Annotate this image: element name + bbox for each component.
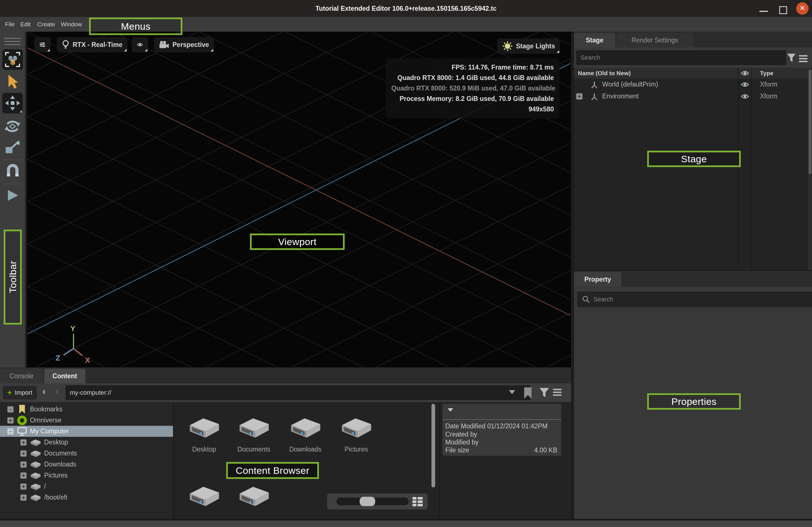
scale-tool-button[interactable] xyxy=(4,140,21,155)
axis-z-label: Z xyxy=(56,354,60,363)
expand-toggle[interactable]: + xyxy=(20,472,27,479)
bookmark-icon[interactable] xyxy=(522,387,533,399)
stage-scrollbar-track[interactable] xyxy=(808,68,812,270)
expand-toggle[interactable]: - xyxy=(8,428,14,435)
menu-file[interactable]: File xyxy=(5,17,15,32)
play-button[interactable] xyxy=(6,189,19,202)
forward-arrow-icon[interactable]: › xyxy=(55,386,59,397)
address-dropdown-icon[interactable] xyxy=(509,390,515,394)
viewport-visibility-button[interactable] xyxy=(132,37,148,52)
tab-stage[interactable]: Stage xyxy=(574,33,615,47)
bookmarks-icon xyxy=(17,405,27,414)
visibility-eye-icon[interactable] xyxy=(741,82,749,88)
grid-item-label[interactable]: Desktop xyxy=(179,445,230,453)
content-options-icon[interactable] xyxy=(553,387,562,397)
omniverse-icon xyxy=(17,415,27,425)
expand-toggle[interactable]: + xyxy=(20,495,27,501)
prim-select-tool-button[interactable] xyxy=(2,49,23,70)
scale-icon xyxy=(4,140,21,155)
expand-toggle[interactable]: + xyxy=(20,483,27,490)
stage-search-input[interactable] xyxy=(576,50,786,65)
stage-row-name[interactable]: World (defaultPrim) xyxy=(602,80,658,88)
tree-item-downloads[interactable]: + Downloads xyxy=(0,459,173,470)
drive-item-downloads-icon[interactable] xyxy=(289,415,322,439)
annotation-viewport: Viewport xyxy=(250,234,345,250)
move-tool-button[interactable] xyxy=(2,93,23,113)
expand-toggle[interactable]: + xyxy=(20,462,27,468)
expand-toggle[interactable]: + xyxy=(8,417,14,424)
address-bar[interactable] xyxy=(66,385,531,400)
viewport-stats-overlay: FPS: 114.76, Frame time: 8.71 ms Quadro … xyxy=(386,58,560,118)
stage-filter-icon[interactable] xyxy=(786,53,796,63)
column-name-header[interactable]: Name (Old to New) xyxy=(578,68,631,78)
viewport-settings-button[interactable] xyxy=(34,37,50,52)
tree-item-omniverse[interactable]: + Omniverse xyxy=(0,415,173,426)
tree-item-documents[interactable]: + Documents xyxy=(0,448,173,459)
drive-item-desktop-icon[interactable] xyxy=(188,415,221,439)
select-tool-button[interactable] xyxy=(5,74,20,90)
drive-item-pictures-icon[interactable] xyxy=(340,415,373,439)
drive-icon xyxy=(30,494,41,501)
expand-toggle[interactable]: + xyxy=(20,450,27,457)
camera-button[interactable]: Perspective xyxy=(154,37,214,52)
menu-window[interactable]: Window xyxy=(61,17,82,32)
tree-item-bookmarks[interactable]: - Bookmarks xyxy=(0,404,173,415)
stage-row-name[interactable]: Environment xyxy=(602,92,639,100)
grid-item-label[interactable]: Pictures xyxy=(331,445,382,453)
toolbar-separator xyxy=(3,184,22,184)
tree-item-boot-efi[interactable]: + /boot/efi xyxy=(0,492,173,503)
visibility-eye-icon[interactable] xyxy=(741,93,749,100)
menu-create[interactable]: Create xyxy=(37,17,55,32)
stat-gpu0-memory: Quadro RTX 8000: 1.4 GiB used, 44.8 GiB … xyxy=(391,73,554,83)
slider-handle[interactable] xyxy=(360,497,375,506)
expand-toggle[interactable]: - xyxy=(8,406,14,412)
import-button[interactable]: + Import xyxy=(3,386,37,399)
tab-property[interactable]: Property xyxy=(574,272,621,287)
tree-item-my-computer[interactable]: - My Computer xyxy=(0,426,173,437)
tree-item-label: Pictures xyxy=(44,472,68,479)
tab-content[interactable]: Content xyxy=(44,369,85,383)
minimize-button[interactable] xyxy=(759,11,768,12)
view-mode-toggle-icon[interactable] xyxy=(412,496,423,507)
viewport-3d[interactable]: Y X Z RTX - Real-Time xyxy=(27,32,571,367)
tree-item-pictures[interactable]: + Pictures xyxy=(0,470,173,481)
content-filter-icon[interactable] xyxy=(539,387,550,398)
stage-row-environment[interactable]: + Environment Xform xyxy=(574,90,812,102)
stat-process-memory: Process Memory: 8.2 GiB used, 70.9 GiB a… xyxy=(391,93,554,104)
menu-edit[interactable]: Edit xyxy=(20,17,30,32)
rotate-tool-button[interactable] xyxy=(3,118,21,135)
close-button[interactable]: ✕ xyxy=(796,2,809,15)
camera-label: Perspective xyxy=(173,41,209,49)
tree-item-label: /boot/efi xyxy=(44,494,67,501)
tree-item-desktop[interactable]: + Desktop xyxy=(0,437,173,448)
snap-tool-button[interactable] xyxy=(5,164,20,179)
toolbar-grip-icon[interactable] xyxy=(4,38,20,45)
stage-lights-button[interactable]: Stage Lights xyxy=(497,39,560,54)
tree-item-label: My Computer xyxy=(30,427,69,435)
drive-item-documents-icon[interactable] xyxy=(237,415,271,439)
thumbnail-size-slider-group xyxy=(327,493,427,510)
tree-item-label: / xyxy=(44,483,46,490)
stage-scrollbar-thumb[interactable] xyxy=(809,70,811,174)
drive-item-icon[interactable] xyxy=(188,484,221,507)
prim-select-icon xyxy=(2,49,23,70)
maximize-button[interactable] xyxy=(779,6,787,14)
renderer-button[interactable]: RTX - Real-Time xyxy=(57,37,128,52)
column-visibility-icon[interactable] xyxy=(741,70,749,76)
details-collapse-icon[interactable] xyxy=(448,408,453,412)
expand-toggle[interactable]: + xyxy=(576,93,582,100)
column-type-header[interactable]: Type xyxy=(760,68,773,78)
tab-render-settings[interactable]: Render Settings xyxy=(617,33,693,47)
expand-toggle[interactable]: + xyxy=(20,439,27,445)
tree-item-root[interactable]: + / xyxy=(0,481,173,492)
grid-item-label[interactable]: Documents xyxy=(229,445,279,453)
drive-item-icon[interactable] xyxy=(237,484,271,507)
tab-console[interactable]: Console xyxy=(0,369,43,383)
stage-row-world[interactable]: World (defaultPrim) Xform xyxy=(574,78,812,90)
tree-item-label: Documents xyxy=(44,450,77,457)
property-search-input[interactable] xyxy=(577,292,812,307)
stage-options-icon[interactable] xyxy=(799,54,808,63)
grid-item-label[interactable]: Downloads xyxy=(280,445,331,453)
back-arrow-icon[interactable]: ‹ xyxy=(42,386,45,397)
content-scrollbar-thumb[interactable] xyxy=(432,404,435,487)
